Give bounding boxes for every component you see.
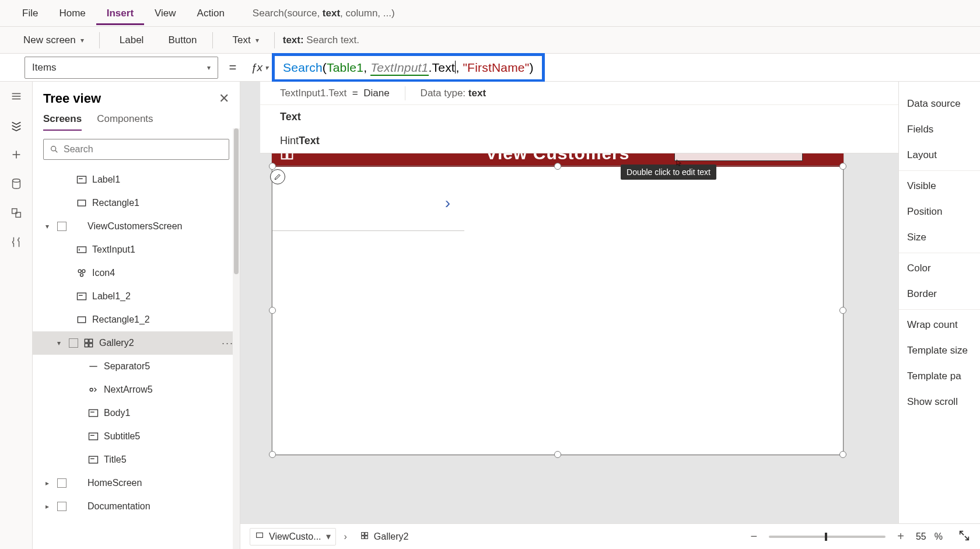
label-icon bbox=[76, 291, 88, 302]
prop-layout[interactable]: Layout bbox=[907, 142, 980, 168]
chevron-down-icon: ▾ bbox=[80, 36, 84, 44]
tree-node-label1[interactable]: Label1 bbox=[33, 168, 240, 191]
checkbox[interactable] bbox=[57, 502, 66, 511]
separator bbox=[899, 309, 980, 310]
property-selector[interactable]: Items ▾ bbox=[24, 57, 218, 79]
menu-action[interactable]: Action bbox=[187, 2, 235, 25]
svg-rect-31 bbox=[89, 344, 93, 347]
tree-node-textinput1[interactable]: TextInput1 bbox=[33, 238, 240, 261]
text-button[interactable]: Abc Text ▾ bbox=[221, 31, 266, 50]
chevron-icon[interactable]: ▸ bbox=[42, 479, 52, 487]
svg-rect-42 bbox=[257, 533, 263, 537]
svg-rect-20 bbox=[78, 247, 86, 253]
database-icon[interactable] bbox=[10, 177, 23, 190]
tree-search-input[interactable] bbox=[64, 144, 223, 155]
more-icon[interactable]: ··· bbox=[222, 337, 234, 349]
arrow-icon bbox=[88, 384, 99, 396]
resize-handle[interactable] bbox=[839, 163, 846, 170]
tree-node-separator5[interactable]: Separator5 bbox=[33, 355, 240, 378]
prop-show-scroll[interactable]: Show scroll bbox=[907, 389, 980, 415]
prop-position[interactable]: Position bbox=[907, 199, 980, 225]
tree-node-nextarrow5[interactable]: NextArrow5 bbox=[33, 378, 240, 401]
checkbox[interactable] bbox=[69, 338, 78, 348]
tree-node-rectangle1_2[interactable]: Rectangle1_2 bbox=[33, 308, 240, 331]
new-screen-button[interactable]: New screen ▾ bbox=[12, 31, 91, 50]
chevron-icon[interactable]: ▾ bbox=[54, 339, 64, 347]
tree-node-icon4[interactable]: Icon4 bbox=[33, 261, 240, 285]
tree-node-body1[interactable]: Body1 bbox=[33, 401, 240, 425]
zoom-in-button[interactable]: + bbox=[894, 530, 908, 543]
resize-handle[interactable] bbox=[269, 451, 276, 458]
app-screen-preview[interactable]: View Customers › Double click to edit te… bbox=[272, 140, 844, 455]
resize-handle[interactable] bbox=[269, 307, 276, 314]
checkbox[interactable] bbox=[57, 478, 66, 488]
tree-node-documentation[interactable]: ▸Documentation bbox=[33, 495, 240, 518]
canvas-area[interactable]: TextInput1.Text = Diane Data type: text … bbox=[240, 82, 898, 549]
button-button[interactable]: Button bbox=[156, 31, 204, 50]
plus-icon[interactable] bbox=[10, 148, 23, 161]
prop-visible[interactable]: Visible bbox=[907, 173, 980, 199]
expand-icon[interactable] bbox=[958, 529, 971, 544]
tree-node-subtitle5[interactable]: Subtitle5 bbox=[33, 425, 240, 448]
tab-components[interactable]: Components bbox=[97, 113, 153, 131]
tools-icon[interactable] bbox=[10, 236, 23, 249]
svg-rect-34 bbox=[89, 410, 98, 417]
chevron-down-icon: ▾ bbox=[326, 531, 331, 542]
tree-node-label: Body1 bbox=[104, 408, 130, 418]
tree-node-homescreen[interactable]: ▸HomeScreen bbox=[33, 471, 240, 495]
breadcrumb-screen[interactable]: ViewCusto... ▾ bbox=[250, 528, 336, 545]
intellisense-option-text[interactable]: Text bbox=[260, 105, 898, 129]
media-icon[interactable] bbox=[10, 207, 23, 219]
prop-size[interactable]: Size bbox=[907, 225, 980, 250]
chevron-icon[interactable]: ▸ bbox=[42, 502, 52, 510]
tree-node-label: Gallery2 bbox=[99, 338, 134, 348]
label-button[interactable]: Label bbox=[108, 31, 151, 50]
label-icon bbox=[88, 407, 99, 419]
scrollbar[interactable] bbox=[233, 128, 240, 549]
resize-handle[interactable] bbox=[839, 307, 846, 314]
prop-template-pa[interactable]: Template pa bbox=[907, 363, 980, 389]
fx-label[interactable]: ƒx ▾ bbox=[247, 61, 272, 74]
checkbox[interactable] bbox=[57, 222, 66, 231]
tree-view-icon[interactable] bbox=[10, 119, 23, 132]
tab-screens[interactable]: Screens bbox=[43, 113, 82, 131]
zoom-out-button[interactable]: − bbox=[747, 530, 761, 543]
svg-rect-25 bbox=[78, 293, 86, 300]
tree-node-label: NextArrow5 bbox=[104, 384, 153, 395]
tree-node-label: ViewCustomersScreen bbox=[88, 221, 182, 232]
chevron-icon[interactable]: ▾ bbox=[42, 222, 52, 230]
svg-rect-45 bbox=[362, 536, 365, 538]
menu-insert[interactable]: Insert bbox=[96, 2, 144, 25]
formula-bar[interactable]: Search(Table1, TextInput1.Text, "FirstNa… bbox=[272, 53, 545, 82]
prop-template-size[interactable]: Template size bbox=[907, 338, 980, 363]
separator bbox=[899, 170, 980, 171]
menu-home[interactable]: Home bbox=[48, 2, 96, 25]
tree-search[interactable] bbox=[43, 139, 229, 160]
prop-wrap-count[interactable]: Wrap count bbox=[907, 312, 980, 338]
chevron-down-icon: ▾ bbox=[207, 64, 211, 72]
resize-handle[interactable] bbox=[269, 163, 276, 170]
zoom-slider[interactable] bbox=[769, 536, 886, 538]
edit-pencil-icon[interactable] bbox=[270, 169, 285, 184]
prop-color[interactable]: Color bbox=[907, 256, 980, 281]
separator bbox=[99, 32, 100, 48]
menu-file[interactable]: File bbox=[12, 2, 48, 25]
menu-view[interactable]: View bbox=[144, 2, 187, 25]
breadcrumb-control[interactable]: Gallery2 bbox=[355, 529, 414, 545]
prop-fields[interactable]: Fields bbox=[907, 117, 980, 142]
close-icon[interactable]: ✕ bbox=[219, 91, 229, 106]
tree-node-viewcustomersscreen[interactable]: ▾ViewCustomersScreen bbox=[33, 215, 240, 238]
resize-handle[interactable] bbox=[554, 163, 561, 170]
hamburger-icon[interactable] bbox=[10, 90, 23, 103]
tree-node-rectangle1[interactable]: Rectangle1 bbox=[33, 191, 240, 215]
resize-handle[interactable] bbox=[839, 451, 846, 458]
tree-node-gallery2[interactable]: ▾Gallery2··· bbox=[33, 331, 240, 355]
svg-rect-27 bbox=[78, 317, 85, 323]
tree-node-title5[interactable]: Title5 bbox=[33, 448, 240, 471]
intellisense-option-hinttext[interactable]: HintText bbox=[260, 129, 898, 153]
tree-node-label: Icon4 bbox=[92, 268, 115, 278]
prop-border[interactable]: Border bbox=[907, 281, 980, 307]
prop-data-source[interactable]: Data source bbox=[907, 91, 980, 117]
tree-node-label1_2[interactable]: Label1_2 bbox=[33, 285, 240, 308]
resize-handle[interactable] bbox=[554, 451, 561, 458]
